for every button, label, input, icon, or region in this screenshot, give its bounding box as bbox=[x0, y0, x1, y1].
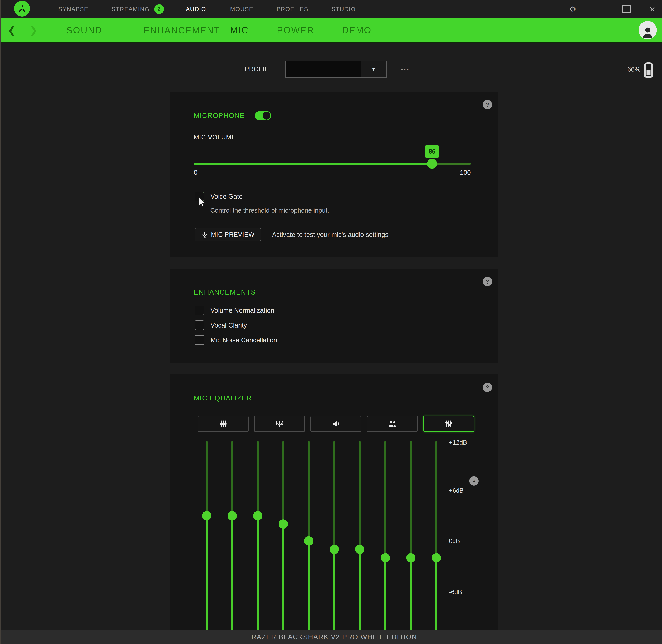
help-icon[interactable]: ? bbox=[483, 100, 492, 109]
eq-band-slider[interactable] bbox=[384, 441, 386, 630]
eq-track-upper bbox=[308, 441, 310, 541]
eq-band-knob[interactable] bbox=[253, 511, 262, 521]
profile-more-button[interactable]: ••• bbox=[396, 61, 415, 78]
volume-normalization-checkbox[interactable] bbox=[195, 306, 204, 315]
volume-normalization-label: Volume Normalization bbox=[210, 307, 274, 314]
toggle-knob bbox=[262, 112, 271, 120]
maximize-icon[interactable] bbox=[619, 0, 634, 18]
eq-track-upper bbox=[257, 441, 259, 516]
mic-noise-cancellation-label: Mic Noise Cancellation bbox=[210, 337, 277, 344]
mouse-cursor bbox=[196, 196, 207, 207]
mic-volume-max: 100 bbox=[447, 169, 471, 176]
menu-label: STREAMING bbox=[112, 6, 150, 13]
help-icon[interactable]: ? bbox=[483, 277, 492, 286]
mic-noise-cancellation-checkbox[interactable] bbox=[195, 335, 204, 345]
microphone-panel: ? MICROPHONE MIC VOLUME 86 0 100 Voice G… bbox=[170, 92, 498, 257]
eq-track-upper bbox=[206, 441, 208, 516]
settings-gear-icon[interactable]: ⚙ bbox=[565, 0, 580, 18]
eq-band-slider[interactable] bbox=[435, 441, 437, 630]
menu-item-audio[interactable]: AUDIO bbox=[186, 0, 206, 18]
left-window-edge bbox=[0, 0, 1, 644]
eq-band-knob[interactable] bbox=[202, 511, 211, 521]
mic-preview-button[interactable]: MIC PREVIEW bbox=[195, 228, 261, 241]
eq-flat-icon bbox=[218, 419, 228, 429]
menu-item-synapse[interactable]: SYNAPSE bbox=[58, 0, 88, 18]
tab-mic[interactable]: MIC bbox=[230, 18, 249, 42]
tab-power[interactable]: POWER bbox=[277, 18, 314, 42]
eq-preset-conference-button[interactable] bbox=[367, 416, 418, 432]
menu-label: SYNAPSE bbox=[58, 6, 88, 13]
eq-scale-plus12: +12dB bbox=[449, 439, 467, 446]
profile-label: PROFILE bbox=[245, 66, 273, 73]
menu-label: AUDIO bbox=[186, 6, 206, 13]
vocal-clarity-label: Vocal Clarity bbox=[210, 322, 247, 329]
mic-volume-min: 0 bbox=[194, 169, 198, 176]
voice-gate-description: Control the threshold of microphone inpu… bbox=[210, 207, 329, 214]
footer-bar: RAZER BLACKSHARK V2 PRO WHITE EDITION bbox=[0, 630, 662, 644]
close-icon[interactable]: × bbox=[645, 0, 660, 18]
eq-band-slider[interactable] bbox=[410, 441, 412, 630]
people-icon bbox=[387, 419, 397, 429]
eq-preset-flat-button[interactable] bbox=[198, 416, 249, 432]
microphone-icon bbox=[201, 231, 208, 238]
eq-band-slider[interactable] bbox=[231, 441, 233, 630]
eq-preset-custom-button[interactable] bbox=[423, 416, 474, 432]
device-name: RAZER BLACKSHARK V2 PRO WHITE EDITION bbox=[170, 630, 498, 644]
eq-track-upper bbox=[282, 441, 284, 524]
eq-track-upper bbox=[359, 441, 361, 549]
eq-band-knob[interactable] bbox=[406, 553, 415, 562]
chevron-down-icon[interactable]: ▼ bbox=[361, 61, 386, 77]
razer-logo-icon[interactable] bbox=[14, 1, 30, 17]
eq-track-lower bbox=[410, 558, 412, 630]
mic-broadcast-icon bbox=[275, 419, 284, 429]
menu-item-profiles[interactable]: PROFILES bbox=[276, 0, 308, 18]
tab-enhancement[interactable]: ENHANCEMENT bbox=[143, 18, 220, 42]
eq-band-slider[interactable] bbox=[308, 441, 310, 630]
eq-band-knob[interactable] bbox=[228, 511, 237, 521]
streaming-count-badge: 2 bbox=[154, 4, 164, 14]
menu-item-studio[interactable]: STUDIO bbox=[332, 0, 356, 18]
mic-equalizer-title: MIC EQUALIZER bbox=[194, 394, 252, 402]
eq-track-lower bbox=[308, 541, 310, 630]
eq-band-knob[interactable] bbox=[304, 536, 314, 546]
eq-reset-button[interactable]: ◂ bbox=[469, 476, 479, 486]
menu-item-streaming[interactable]: STREAMING 2 bbox=[112, 0, 164, 18]
eq-band-knob[interactable] bbox=[279, 520, 288, 529]
tab-demo[interactable]: DEMO bbox=[342, 18, 372, 42]
mic-volume-slider[interactable] bbox=[194, 163, 471, 165]
eq-band-knob[interactable] bbox=[329, 545, 339, 554]
user-avatar[interactable] bbox=[639, 21, 657, 39]
eq-preset-amplify-button[interactable] bbox=[311, 416, 361, 432]
mic-equalizer-panel: ? MIC EQUALIZER bbox=[170, 374, 498, 630]
mic-preview-label: MIC PREVIEW bbox=[211, 231, 254, 238]
vocal-clarity-checkbox[interactable] bbox=[195, 320, 204, 330]
profile-dropdown[interactable]: ▼ bbox=[285, 61, 387, 78]
menu-item-mouse[interactable]: MOUSE bbox=[230, 0, 253, 18]
eq-band-knob[interactable] bbox=[432, 553, 441, 562]
menu-label: STUDIO bbox=[332, 6, 356, 13]
titlebar: SYNAPSE STREAMING 2 AUDIO MOUSE PROFILES… bbox=[0, 0, 662, 18]
mic-volume-knob[interactable] bbox=[427, 159, 437, 169]
eq-track-lower bbox=[435, 558, 437, 630]
tab-sound[interactable]: SOUND bbox=[66, 18, 102, 42]
eq-band-slider[interactable] bbox=[257, 441, 259, 630]
eq-band-knob[interactable] bbox=[381, 553, 390, 562]
back-arrow-icon[interactable]: ❮ bbox=[7, 18, 16, 42]
eq-track-lower bbox=[384, 558, 386, 630]
microphone-toggle[interactable] bbox=[255, 111, 271, 120]
forward-arrow-icon[interactable]: ❯ bbox=[29, 18, 38, 42]
minimize-icon[interactable] bbox=[592, 0, 607, 18]
eq-band-slider[interactable] bbox=[359, 441, 361, 630]
mic-volume-value-badge: 86 bbox=[425, 145, 439, 158]
eq-preset-broadcast-button[interactable] bbox=[254, 416, 305, 432]
eq-band-slider[interactable] bbox=[282, 441, 284, 630]
eq-band-slider[interactable] bbox=[206, 441, 208, 630]
eq-track-lower bbox=[282, 524, 284, 630]
mic-preview-hint: Activate to test your mic's audio settin… bbox=[272, 228, 388, 241]
eq-scale-minus6: -6dB bbox=[449, 589, 462, 596]
battery-percent: 66% bbox=[619, 61, 640, 78]
battery-icon bbox=[643, 62, 654, 77]
eq-band-knob[interactable] bbox=[355, 545, 364, 554]
help-icon[interactable]: ? bbox=[483, 383, 492, 392]
eq-band-slider[interactable] bbox=[333, 441, 335, 630]
